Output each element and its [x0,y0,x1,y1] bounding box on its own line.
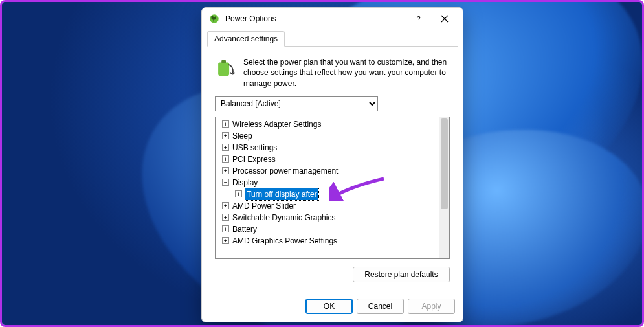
titlebar: Power Options [202,8,463,29]
tree-item-wireless-adapter[interactable]: +Wireless Adapter Settings [218,118,449,130]
expand-icon[interactable]: + [222,237,229,244]
tree-item-switchable-graphics[interactable]: +Switchable Dynamic Graphics [218,212,449,223]
restore-defaults-button[interactable]: Restore plan defaults [353,267,450,282]
tree-item-usb-settings[interactable]: +USB settings [218,142,449,153]
expand-icon[interactable]: + [222,132,229,139]
help-button[interactable] [406,9,432,28]
expand-icon[interactable]: + [222,120,229,128]
expand-icon[interactable]: + [235,190,242,197]
power-plan-select[interactable]: Balanced [Active] [215,96,378,111]
cancel-button[interactable]: Cancel [357,299,404,314]
ok-button[interactable]: OK [305,299,353,314]
expand-icon[interactable]: + [222,214,229,221]
close-button[interactable] [432,9,458,28]
instruction-text: Select the power plan that you want to c… [243,57,450,89]
scrollbar-thumb[interactable] [441,118,448,209]
power-plug-icon [208,13,220,25]
settings-tree: +Wireless Adapter Settings +Sleep +USB s… [215,117,450,259]
scrollbar[interactable] [439,117,449,258]
expand-icon[interactable]: + [222,167,229,174]
tree-item-processor-power[interactable]: +Processor power management [218,165,449,177]
tree-item-turn-off-display-after[interactable]: +Turn off display after [218,188,449,200]
power-battery-icon [215,57,237,79]
expand-icon[interactable]: + [222,155,229,163]
expand-icon[interactable]: + [222,202,229,209]
instruction-area: Select the power plan that you want to c… [202,47,463,96]
tree-item-display[interactable]: −Display [218,177,449,188]
svg-rect-1 [218,63,229,76]
tree-item-pci-express[interactable]: +PCI Express [218,153,449,165]
collapse-icon[interactable]: − [222,179,229,186]
close-icon [441,15,449,23]
tab-advanced-settings[interactable]: Advanced settings [207,31,285,47]
tab-strip: Advanced settings [202,29,463,46]
tree-item-battery[interactable]: +Battery [218,223,449,235]
expand-icon[interactable]: + [222,144,229,151]
help-icon [414,14,423,23]
tree-item-sleep[interactable]: +Sleep [218,130,449,142]
svg-rect-2 [221,60,226,63]
expand-icon[interactable]: + [222,225,229,232]
power-options-dialog: Power Options Advanced settings Select t… [201,7,463,322]
apply-button[interactable]: Apply [408,299,455,314]
tree-item-amd-power-slider[interactable]: +AMD Power Slider [218,200,449,212]
tree-item-amd-graphics-power[interactable]: +AMD Graphics Power Settings [218,235,449,247]
dialog-title: Power Options [225,14,406,23]
